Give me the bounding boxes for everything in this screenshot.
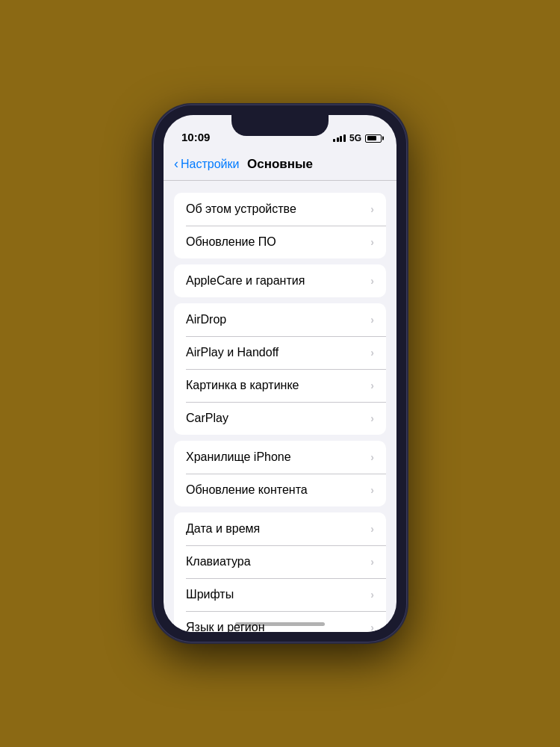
five-g-label: 5G: [349, 133, 361, 143]
signal-bars-icon: [333, 134, 346, 142]
phone-screen: 10:09 5G ‹ Настройк: [164, 115, 396, 632]
navigation-bar: ‹ Настройки Основные: [164, 148, 396, 181]
row-label: Хранилище iPhone: [186, 450, 291, 464]
settings-row[interactable]: Клавиатура›: [174, 545, 386, 578]
settings-row[interactable]: Обновление контента›: [174, 474, 386, 506]
bar4: [343, 134, 346, 142]
chevron-right-icon: ›: [370, 523, 374, 535]
row-label: AirDrop: [186, 313, 226, 326]
chevron-right-icon: ›: [370, 451, 374, 463]
row-label: Дата и время: [186, 522, 260, 536]
back-label: Настройки: [181, 158, 239, 171]
row-label: CarPlay: [186, 412, 228, 425]
bar3: [340, 136, 342, 142]
settings-row[interactable]: Картинка в картинке›: [174, 369, 386, 402]
settings-group-2: AirDrop›AirPlay и Handoff›Картинка в кар…: [174, 303, 386, 435]
settings-row[interactable]: AirDrop›: [174, 303, 386, 336]
chevron-right-icon: ›: [370, 556, 374, 568]
chevron-right-icon: ›: [370, 379, 374, 391]
row-label: AppleCare и гарантия: [186, 274, 305, 288]
row-label: Шрифты: [186, 588, 234, 601]
settings-group-3: Хранилище iPhone›Обновление контента›: [174, 441, 386, 506]
bar1: [333, 139, 335, 142]
chevron-right-icon: ›: [370, 275, 374, 287]
chevron-right-icon: ›: [370, 314, 374, 326]
settings-row[interactable]: Об этом устройстве›: [174, 193, 386, 226]
row-label: Об этом устройстве: [186, 202, 296, 216]
chevron-right-icon: ›: [370, 589, 374, 601]
back-button[interactable]: ‹ Настройки: [174, 156, 239, 172]
row-label: Картинка в картинке: [186, 379, 299, 392]
row-label: Обновление контента: [186, 483, 308, 497]
bar2: [337, 137, 339, 142]
settings-group-1: AppleCare и гарантия›: [174, 264, 386, 297]
status-time: 10:09: [178, 131, 210, 143]
notch: [231, 115, 329, 136]
chevron-right-icon: ›: [370, 203, 374, 215]
chevron-right-icon: ›: [370, 236, 374, 248]
row-label: AirPlay и Handoff: [186, 346, 279, 359]
battery-icon: [365, 134, 382, 143]
row-label: Обновление ПО: [186, 235, 276, 249]
chevron-right-icon: ›: [370, 484, 374, 496]
chevron-left-icon: ‹: [174, 156, 178, 172]
settings-group-0: Об этом устройстве›Обновление ПО›: [174, 193, 386, 258]
chevron-right-icon: ›: [370, 412, 374, 424]
settings-row[interactable]: AirPlay и Handoff›: [174, 336, 386, 369]
chevron-right-icon: ›: [370, 347, 374, 359]
status-icons: 5G: [333, 133, 382, 143]
battery-fill: [367, 136, 377, 140]
settings-row[interactable]: Хранилище iPhone›: [174, 441, 386, 474]
phone-body: 10:09 5G ‹ Настройк: [153, 105, 407, 642]
home-indicator: [235, 622, 325, 626]
page-title: Основные: [247, 157, 313, 172]
settings-group-4: Дата и время›Клавиатура›Шрифты›Язык и ре…: [174, 512, 386, 632]
settings-row[interactable]: AppleCare и гарантия›: [174, 264, 386, 297]
row-label: Клавиатура: [186, 555, 251, 568]
settings-row[interactable]: Язык и регион›: [174, 611, 386, 632]
settings-content: Об этом устройстве›Обновление ПО›AppleCa…: [164, 181, 396, 632]
settings-row[interactable]: Обновление ПО›: [174, 226, 386, 258]
settings-row[interactable]: Дата и время›: [174, 512, 386, 545]
phone-wrapper: 10:09 5G ‹ Настройк: [153, 105, 407, 642]
settings-row[interactable]: Шрифты›: [174, 578, 386, 611]
settings-row[interactable]: CarPlay›: [174, 402, 386, 435]
chevron-right-icon: ›: [370, 622, 374, 632]
